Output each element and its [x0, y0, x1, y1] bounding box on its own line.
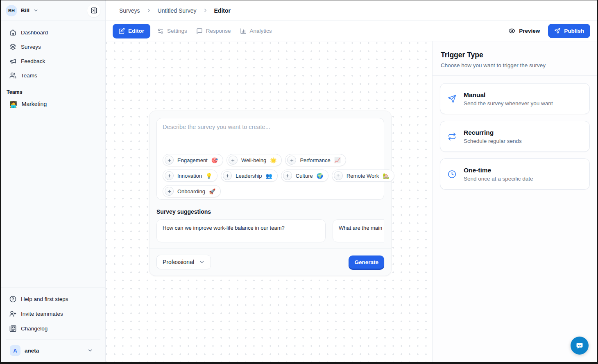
trigger-option-manual[interactable]: Manual Send the survey whenever you want — [440, 83, 590, 114]
sidebar-item-marketing[interactable]: 🧑‍💻 Marketing — [6, 97, 100, 111]
sidebar-item-surveys[interactable]: Surveys — [6, 40, 100, 54]
workspace-avatar[interactable]: BH — [6, 5, 17, 16]
breadcrumb-surveys[interactable]: Surveys — [119, 7, 140, 14]
workspace-name[interactable]: Bill — [21, 7, 29, 14]
tab-analytics[interactable]: Analytics — [236, 24, 276, 38]
pencil-square-icon — [119, 28, 125, 34]
sidebar-item-label: Dashboard — [21, 29, 48, 36]
chip-onboarding[interactable]: Onboarding 🚀 — [163, 185, 221, 197]
chip-row: Innovation 💡 Leadership 👥 — [163, 170, 378, 182]
suggestions-row: How can we improve work-life balance in … — [156, 219, 384, 242]
repeat-icon — [448, 132, 457, 141]
trigger-option-description: Send the survey whenever you want — [464, 100, 553, 106]
trigger-panel-header: Trigger Type Choose how you want to trig… — [433, 41, 597, 76]
sidebar-nav: Dashboard Surveys Feedback Teams — [1, 21, 105, 82]
megaphone-icon — [9, 58, 16, 65]
chip-performance[interactable]: Performance 📈 — [285, 154, 346, 166]
publish-button[interactable]: Publish — [548, 24, 590, 38]
sliders-icon — [157, 28, 164, 34]
sidebar-item-label: Invite teammates — [21, 311, 63, 317]
tab-settings[interactable]: Settings — [153, 24, 192, 38]
sidebar-spacer — [1, 111, 105, 287]
survey-description-input[interactable] — [163, 124, 378, 149]
chip-label: Engagement — [177, 157, 208, 163]
suggestion-card[interactable]: How can we improve work-life balance in … — [156, 219, 326, 242]
chip-well-being[interactable]: Well-being 🌟 — [227, 154, 282, 166]
preview-label: Preview — [519, 28, 540, 34]
prompt-box: Engagement 🎯 Well-being 🌟 — [156, 118, 384, 200]
topic-chips: Engagement 🎯 Well-being 🌟 — [163, 154, 378, 197]
plus-icon — [229, 156, 238, 165]
chip-label: Remote Work — [347, 173, 379, 179]
main-column: Surveys Untitled Survey Editor Editor — [106, 0, 597, 362]
chip-row: Onboarding 🚀 — [163, 185, 378, 197]
home-icon — [9, 29, 16, 36]
chip-label: Innovation — [177, 173, 202, 179]
survey-composer-card: Engagement 🎯 Well-being 🌟 — [149, 111, 392, 276]
chevron-down-icon — [33, 8, 39, 13]
chevron-right-icon — [203, 8, 208, 13]
tab-label: Settings — [167, 28, 187, 34]
sidebar-item-label: Feedback — [21, 58, 45, 64]
sidebar: BH Bill Dashboard Surv — [1, 0, 106, 362]
chevron-down-icon — [199, 259, 205, 265]
chip-label: Onboarding — [177, 188, 205, 194]
preview-button[interactable]: Preview — [508, 27, 540, 34]
plus-icon — [165, 187, 174, 196]
globe-emoji-icon: 🌍 — [317, 173, 323, 179]
sidebar-item-dashboard[interactable]: Dashboard — [6, 26, 100, 39]
team-name: Marketing — [22, 101, 47, 107]
editor-canvas[interactable]: Engagement 🎯 Well-being 🌟 — [106, 41, 432, 362]
chip-leadership[interactable]: Leadership 👥 — [221, 170, 278, 182]
trigger-options: Manual Send the survey whenever you want… — [433, 76, 597, 197]
sidebar-item-teams[interactable]: Teams — [6, 69, 100, 82]
send-icon — [448, 95, 457, 103]
chip-row: Engagement 🎯 Well-being 🌟 — [163, 154, 378, 166]
user-avatar: A — [10, 345, 20, 356]
chat-bubble-icon — [575, 341, 584, 350]
chip-innovation[interactable]: Innovation 💡 — [163, 170, 217, 182]
house-emoji-icon: 🏡 — [383, 173, 389, 179]
sidebar-item-label: Help and first steps — [21, 296, 68, 302]
plus-icon — [287, 156, 296, 165]
tab-editor[interactable]: Editor — [113, 24, 150, 38]
star-emoji-icon: 🌟 — [270, 158, 276, 163]
sidebar-item-invite[interactable]: Invite teammates — [6, 306, 100, 321]
chip-engagement[interactable]: Engagement 🎯 — [163, 154, 223, 166]
plus-icon — [165, 171, 174, 180]
tab-label: Editor — [128, 28, 144, 34]
sidebar-item-label: Teams — [21, 72, 37, 79]
trigger-option-recurring[interactable]: Recurring Schedule regular sends — [440, 121, 590, 152]
sidebar-item-help[interactable]: Help and first steps — [6, 292, 100, 306]
suggestions-title: Survey suggestions — [156, 208, 384, 215]
user-menu[interactable]: A aneta — [6, 339, 100, 362]
message-square-icon — [196, 28, 203, 34]
sidebar-item-changelog[interactable]: Changelog — [6, 321, 100, 336]
suggestion-card[interactable]: What are the main ob — [333, 219, 384, 242]
sidebar-item-label: Surveys — [21, 44, 41, 50]
chevron-down-icon — [87, 348, 93, 353]
trigger-option-description: Schedule regular sends — [464, 138, 522, 144]
support-chat-button[interactable] — [571, 337, 589, 355]
sidebar-collapse-button[interactable] — [87, 4, 100, 17]
toolbar-actions: Preview Publish — [508, 24, 590, 38]
panel-subtitle: Choose how you want to trigger the surve… — [441, 62, 589, 68]
chip-culture[interactable]: Culture 🌍 — [281, 170, 328, 182]
breadcrumb-bar: Surveys Untitled Survey Editor — [106, 0, 597, 21]
dart-emoji-icon: 🎯 — [211, 158, 218, 163]
users-icon — [9, 72, 16, 79]
plus-icon — [165, 156, 174, 165]
trigger-option-one-time[interactable]: One-time Send once at a specific date — [440, 158, 590, 190]
busts-emoji-icon: 👥 — [266, 173, 272, 179]
teams-section-label: Teams — [1, 82, 105, 97]
breadcrumb-untitled-survey[interactable]: Untitled Survey — [158, 7, 197, 14]
chart-up-emoji-icon: 📈 — [334, 158, 341, 163]
tab-response[interactable]: Response — [192, 24, 236, 38]
chip-label: Performance — [300, 157, 330, 163]
chip-remote-work[interactable]: Remote Work 🏡 — [332, 170, 394, 182]
sidebar-footer: Help and first steps Invite teammates Ch… — [1, 287, 105, 362]
panel-title: Trigger Type — [441, 51, 589, 59]
sidebar-item-feedback[interactable]: Feedback — [6, 54, 100, 68]
generate-button[interactable]: Generate — [349, 255, 384, 269]
tone-select[interactable]: Professional — [156, 255, 211, 269]
